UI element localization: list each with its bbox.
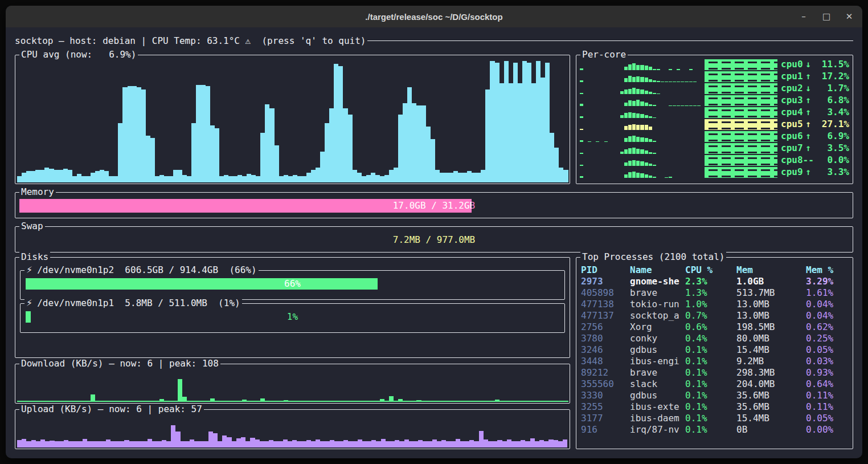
upload-bar — [371, 440, 376, 447]
cpu-history-bar — [462, 173, 467, 182]
download-bar — [472, 401, 476, 402]
sparkline-bar — [636, 89, 640, 94]
sparkline-bar — [640, 173, 644, 178]
cpu-history-bar — [380, 176, 384, 182]
sparkline-bar — [673, 82, 676, 82]
download-bar — [91, 394, 95, 402]
download-bar — [559, 401, 563, 402]
close-button[interactable]: ✕ — [844, 11, 854, 22]
cpu-history-bar — [453, 171, 458, 182]
download-bar — [384, 401, 389, 402]
upload-bar — [36, 441, 40, 448]
process-cell: 80.0MB — [736, 333, 806, 344]
upload-bar — [465, 441, 469, 448]
cpu-history-bar — [444, 173, 449, 182]
upload-bar — [474, 441, 478, 448]
upload-bar — [199, 441, 203, 448]
sparkline-bar — [669, 105, 672, 106]
process-cell: gnome-she — [630, 276, 685, 287]
download-bar — [219, 401, 224, 402]
cpu-history-bar — [412, 103, 416, 182]
cpu-history-bar — [504, 61, 509, 182]
download-bar — [95, 401, 100, 402]
arrow-up-icon: ↑ — [803, 142, 814, 154]
core-row-cpu4: cpu4↑3.4% — [580, 106, 849, 118]
cpu-history-bar — [68, 170, 72, 182]
sparkline-bar — [645, 162, 648, 166]
titlebar[interactable]: ./target/release/soc ~/D/G/socktop – □ ✕ — [6, 6, 862, 27]
disk-subpanel-1: ⚡/dev/nvme0n1p1 5.8MB / 511.0MB (1%)1%1% — [20, 303, 565, 333]
download-bar — [563, 401, 568, 402]
sparkline-bar — [628, 136, 632, 142]
download-bar — [242, 400, 247, 402]
sparkline-bar — [632, 101, 636, 106]
sparkline-bar — [640, 149, 644, 154]
arrow-up-icon: ↑ — [803, 94, 814, 106]
download-bar — [22, 401, 26, 402]
process-cell: brave — [630, 287, 685, 299]
download-bar — [554, 401, 559, 402]
download-bar — [467, 401, 472, 402]
upload-bar — [120, 441, 124, 448]
sparkline-bar — [649, 116, 652, 118]
process-row: 477138tokio-run1.0%13.0MB0.04% — [581, 299, 848, 310]
process-cell: 13.0MB — [736, 310, 806, 321]
sparkline-bar — [620, 91, 624, 94]
download-bar — [26, 401, 31, 402]
process-cell: 0.05% — [806, 344, 848, 356]
download-bar — [72, 401, 77, 402]
column-header: Name — [630, 264, 685, 276]
cpu-history-bar — [260, 133, 265, 182]
bottom-left-column: Disks ⚡/dev/nvme0n1p2 606.5GB / 914.4GB … — [15, 257, 570, 449]
download-bar — [453, 401, 458, 402]
minimize-button[interactable]: – — [799, 11, 809, 22]
upload-bar — [40, 439, 45, 447]
process-cell: 477138 — [581, 299, 630, 310]
upload-bar — [339, 441, 343, 448]
disk-label: /dev/nvme0n1p2 606.5GB / 914.4GB (66%) — [37, 264, 256, 276]
cpu-history-bar — [86, 176, 91, 182]
cpu-row: CPU avg (now: 6.9%) Per-core cpu0↓11.5%c… — [15, 55, 853, 184]
download-bar — [545, 401, 550, 402]
download-bar — [357, 401, 362, 402]
core-percent: 3.5% — [814, 142, 849, 154]
disks-panel-title: Disks — [19, 251, 50, 263]
cpu-history-bar — [72, 176, 77, 182]
process-row: 2756Xorg0.6%198.5MB0.62% — [581, 321, 848, 333]
download-bar — [440, 401, 444, 402]
process-row: 2973gnome-she2.3%1.0GB3.29% — [581, 276, 848, 287]
cpu-history-bar — [22, 173, 26, 182]
cpu-history-bar — [513, 63, 518, 182]
sparkline-bar — [689, 105, 693, 106]
process-cell: 15.4MB — [736, 413, 806, 424]
sparkline-bar — [653, 69, 656, 70]
upload-bar — [213, 433, 218, 447]
process-cell: 477137 — [581, 310, 630, 321]
cpu-history-bar — [499, 83, 504, 182]
cpu-history-bar — [343, 108, 347, 182]
gauge-fill: 17.0GB / 31.2GB — [19, 199, 472, 213]
sparkline-bar — [665, 177, 668, 178]
cpu-history-bar — [31, 171, 35, 182]
upload-bar — [301, 441, 306, 448]
maximize-button[interactable]: □ — [821, 11, 832, 22]
sparkline-bar — [669, 82, 672, 82]
sparkline-bar — [649, 164, 652, 166]
download-bar — [458, 401, 462, 402]
upload-bar — [399, 441, 404, 448]
upload-bar — [423, 441, 427, 448]
sparkline-bar — [640, 114, 644, 118]
upload-bar — [236, 438, 241, 447]
upload-bar — [115, 441, 120, 448]
download-bar — [81, 401, 86, 402]
core-dense-history — [705, 119, 777, 130]
cpu-history-bar — [440, 173, 444, 182]
cpu-history-bar — [137, 87, 141, 182]
sparkline-bar — [645, 103, 648, 106]
process-cell: 3330 — [581, 390, 630, 401]
upload-bar — [418, 440, 423, 447]
core-row-cpu9: cpu9↑3.3% — [580, 166, 849, 178]
process-row: 3255ibus-exte0.1%35.6MB0.11% — [581, 401, 848, 413]
download-bar — [275, 401, 279, 402]
sparkline-bar — [677, 82, 680, 82]
